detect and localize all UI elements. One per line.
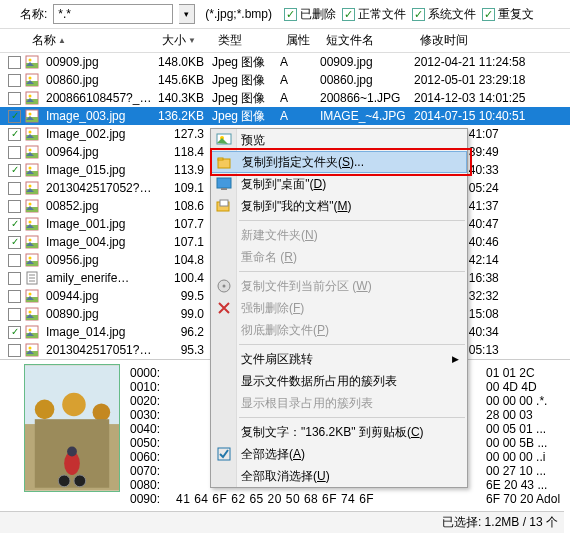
partition-icon: [216, 278, 232, 294]
menu-item[interactable]: 全部取消选择(U): [211, 465, 467, 487]
row-checkbox[interactable]: [8, 200, 21, 213]
svg-point-45: [29, 311, 32, 314]
image-file-icon: [25, 343, 39, 357]
row-checkbox[interactable]: ✓: [8, 110, 21, 123]
table-row[interactable]: 00909.jpg148.0KBJpeg 图像A00909.jpg2012-04…: [0, 53, 570, 71]
checkbox-label: 重复文: [498, 6, 534, 23]
menu-item: 新建文件夹(N): [211, 224, 467, 246]
menu-item-label: 复制到"我的文档"(M): [241, 198, 352, 215]
menu-item[interactable]: 复制到"我的文档"(M): [211, 195, 467, 217]
menu-item: 强制删除(F): [211, 297, 467, 319]
col-type[interactable]: 类型: [214, 29, 282, 52]
hex-ascii: 00 05 01 ...: [486, 422, 546, 436]
menu-item[interactable]: 复制文字："136.2KB" 到剪贴板(C): [211, 421, 467, 443]
image-file-icon: [25, 91, 39, 105]
cell-name: Image_004.jpg: [42, 235, 152, 249]
name-dropdown[interactable]: ▾: [179, 4, 195, 24]
col-attr[interactable]: 属性: [282, 29, 322, 52]
filter-checkbox[interactable]: ✓正常文件: [342, 6, 406, 23]
menu-item[interactable]: 复制到指定文件夹(S)...: [211, 151, 467, 173]
row-checkbox[interactable]: [8, 56, 21, 69]
cell-type: Jpeg 图像: [208, 90, 276, 107]
row-checkbox[interactable]: ✓: [8, 164, 21, 177]
menu-separator: [239, 344, 465, 345]
menu-item[interactable]: 文件扇区跳转▶: [211, 348, 467, 370]
checkbox-icon: ✓: [482, 8, 495, 21]
row-checkbox[interactable]: [8, 74, 21, 87]
svg-point-8: [29, 95, 32, 98]
menu-item[interactable]: 全部选择(A): [211, 443, 467, 465]
row-checkbox[interactable]: [8, 254, 21, 267]
col-size[interactable]: 大小▼: [158, 29, 214, 52]
cell-size: 104.8: [152, 253, 208, 267]
cell-name: 2013042517051?…: [42, 343, 152, 357]
menu-item[interactable]: 复制到"桌面"(D): [211, 173, 467, 195]
menu-item: 复制文件到当前分区 (W): [211, 275, 467, 297]
svg-point-2: [29, 59, 32, 62]
checkbox-icon: ✓: [342, 8, 355, 21]
hex-bytes: 41 64 6F 62 65 20 50 68 6F 74 6F: [176, 492, 486, 506]
image-file-icon: [25, 163, 39, 177]
table-row[interactable]: 00860.jpg145.6KBJpeg 图像A00860.jpg2012-05…: [0, 71, 570, 89]
image-file-icon: [25, 217, 39, 231]
filter-checkbox[interactable]: ✓已删除: [284, 6, 336, 23]
hex-addr: 0070:: [130, 464, 176, 478]
cell-name: Image_002.jpg: [42, 127, 152, 141]
cell-size: 113.9: [152, 163, 208, 177]
cell-size: 148.0KB: [152, 55, 208, 69]
menu-separator: [239, 417, 465, 418]
cell-attr: A: [276, 55, 316, 69]
cell-type: Jpeg 图像: [208, 108, 276, 125]
hex-addr: 0010:: [130, 380, 176, 394]
cell-name: amily_enerife…: [42, 271, 152, 285]
svg-point-51: [29, 347, 32, 350]
svg-point-14: [29, 131, 32, 134]
menu-item[interactable]: 预览: [211, 129, 467, 151]
cell-time: 2014-12-03 14:01:25: [410, 91, 550, 105]
menu-item-label: 新建文件夹(N): [241, 227, 318, 244]
checkbox-label: 已删除: [300, 6, 336, 23]
col-time[interactable]: 修改时间: [416, 29, 556, 52]
cell-time: 2012-04-21 11:24:58: [410, 55, 550, 69]
menu-item-label: 彻底删除文件(P): [241, 322, 329, 339]
row-checkbox[interactable]: ✓: [8, 218, 21, 231]
cell-size: 109.1: [152, 181, 208, 195]
cell-name: 00852.jpg: [42, 199, 152, 213]
row-checkbox[interactable]: [8, 344, 21, 357]
cell-name: 00860.jpg: [42, 73, 152, 87]
row-checkbox[interactable]: [8, 308, 21, 321]
cell-size: 96.2: [152, 325, 208, 339]
cell-size: 95.3: [152, 343, 208, 357]
table-row[interactable]: 200866108457?_…140.3KBJpeg 图像A200866~1.J…: [0, 89, 570, 107]
image-file-icon: [25, 325, 39, 339]
cell-short: 00860.jpg: [316, 73, 410, 87]
svg-point-61: [67, 447, 77, 457]
image-file-icon: [25, 127, 39, 141]
hex-ascii: 6E 20 43 ...: [486, 478, 547, 492]
row-checkbox[interactable]: ✓: [8, 236, 21, 249]
col-name[interactable]: 名称▲: [28, 29, 158, 52]
copy-desktop-icon: [216, 176, 232, 192]
hex-ascii: 00 00 00 ..i: [486, 450, 545, 464]
name-input[interactable]: [53, 4, 173, 24]
filter-checkbox[interactable]: ✓重复文: [482, 6, 534, 23]
thumbnail[interactable]: [24, 364, 120, 492]
row-checkbox[interactable]: ✓: [8, 326, 21, 339]
row-checkbox[interactable]: [8, 182, 21, 195]
text-file-icon: [25, 271, 39, 285]
row-checkbox[interactable]: [8, 92, 21, 105]
menu-item: 重命名 (R): [211, 246, 467, 268]
row-checkbox[interactable]: [8, 290, 21, 303]
filter-checkbox[interactable]: ✓系统文件: [412, 6, 476, 23]
svg-point-20: [29, 167, 32, 170]
row-checkbox[interactable]: [8, 146, 21, 159]
row-checkbox[interactable]: ✓: [8, 128, 21, 141]
cell-attr: A: [276, 109, 316, 123]
col-short[interactable]: 短文件名: [322, 29, 416, 52]
row-checkbox[interactable]: [8, 272, 21, 285]
svg-rect-66: [217, 178, 231, 188]
hex-addr: 0080:: [130, 478, 176, 492]
table-row[interactable]: ✓Image_003.jpg136.2KBJpeg 图像AIMAGE_~4.JP…: [0, 107, 570, 125]
menu-item[interactable]: 显示文件数据所占用的簇列表: [211, 370, 467, 392]
copy-folder-icon: [217, 155, 233, 171]
